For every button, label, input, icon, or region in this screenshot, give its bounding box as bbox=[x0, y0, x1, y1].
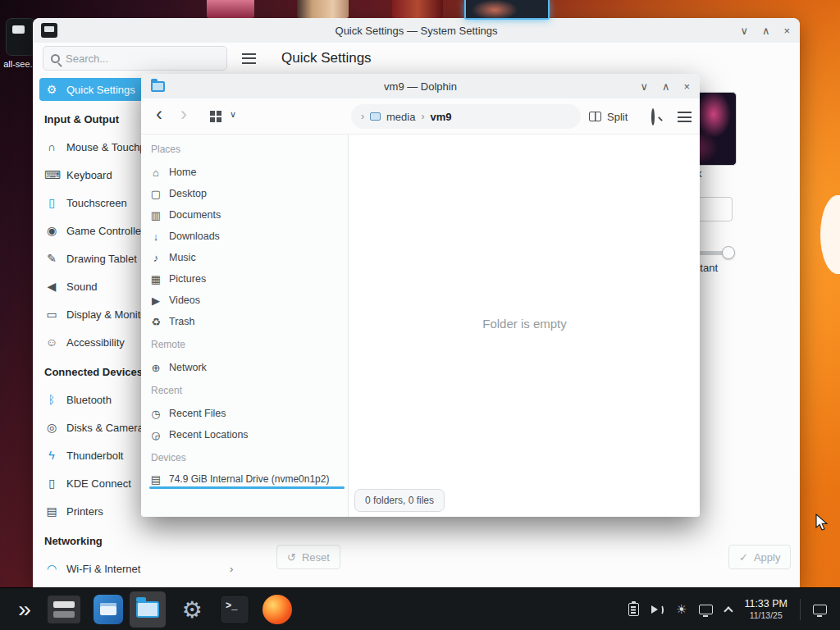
sidebar-item-label: Display & Monitor bbox=[66, 308, 150, 321]
places-item-label: Pictures bbox=[169, 273, 206, 285]
window-thumbnail-3[interactable] bbox=[392, 0, 443, 18]
places-item-label: Network bbox=[169, 362, 207, 373]
animation-speed-slider-handle[interactable] bbox=[722, 246, 735, 259]
apply-button[interactable]: ✓ Apply bbox=[728, 545, 791, 569]
status-bar: 0 folders, 0 files bbox=[354, 489, 445, 512]
clipboard-icon[interactable] bbox=[628, 603, 639, 616]
disks-cameras-icon: ◎ bbox=[44, 421, 59, 434]
folder-view[interactable]: Folder is empty 0 folders, 0 files bbox=[349, 135, 700, 517]
places-item-network[interactable]: ⊕Network bbox=[149, 357, 345, 378]
search-button[interactable] bbox=[651, 110, 655, 125]
sidebar-item-label: Disks & Cameras bbox=[66, 422, 148, 434]
places-item-desktop[interactable]: ▢Desktop bbox=[149, 183, 345, 204]
places-item-pictures[interactable]: ▦Pictures bbox=[149, 268, 345, 290]
bluetooth-icon: ᛒ bbox=[44, 393, 59, 406]
display-icon[interactable] bbox=[699, 605, 713, 614]
thunderbolt-icon: ϟ bbox=[44, 449, 59, 462]
split-view-button[interactable]: Split bbox=[589, 104, 628, 129]
view-mode-chevron-icon[interactable]: ∨ bbox=[230, 109, 236, 120]
taskbar-app-blue[interactable] bbox=[90, 591, 126, 628]
places-item-videos[interactable]: ▶Videos bbox=[149, 290, 345, 311]
reset-button[interactable]: ↺ Reset bbox=[276, 545, 340, 569]
close-icon[interactable]: × bbox=[783, 25, 790, 37]
search-input[interactable] bbox=[66, 52, 205, 65]
display-monitor-icon: ▭ bbox=[44, 308, 59, 321]
places-item-music[interactable]: ♪Music bbox=[149, 247, 345, 268]
sidebar-item-label: Quick Settings bbox=[66, 84, 135, 96]
chevron-right-icon: › bbox=[421, 111, 424, 122]
music-icon: ♪ bbox=[149, 252, 162, 264]
quick-settings-icon: ⚙ bbox=[44, 83, 59, 96]
places-section-devices: Devices bbox=[151, 449, 186, 467]
places-item-label: Recent Files bbox=[169, 408, 226, 419]
pictures-icon: ▦ bbox=[149, 273, 162, 285]
places-item-home[interactable]: ⌂Home bbox=[149, 162, 345, 183]
peek-desktop-icon[interactable] bbox=[813, 605, 827, 614]
maximize-icon[interactable]: ∧ bbox=[662, 80, 670, 93]
places-item-label: Desktop bbox=[169, 188, 207, 199]
places-item-label: 74.9 GiB Internal Drive (nvme0n1p2) bbox=[169, 473, 329, 485]
volume-icon[interactable] bbox=[651, 605, 664, 615]
maximize-icon[interactable]: ∧ bbox=[762, 25, 770, 37]
breadcrumb-current[interactable]: vm9 bbox=[430, 111, 451, 123]
dolphin-titlebar[interactable]: vm9 — Dolphin ∨ ∧ × bbox=[141, 74, 700, 98]
view-mode-icon[interactable] bbox=[210, 111, 221, 122]
window-thumbnail-2[interactable] bbox=[297, 0, 349, 18]
places-item-trash[interactable]: ♻Trash bbox=[149, 311, 345, 332]
window-thumbnail-1[interactable] bbox=[207, 0, 254, 18]
sidebar-menu-icon[interactable] bbox=[242, 53, 256, 64]
sidebar-item-label: Wi-Fi & Internet bbox=[66, 563, 140, 575]
minimize-icon[interactable]: ∨ bbox=[740, 25, 748, 37]
sidebar-item-label: KDE Connect bbox=[66, 477, 131, 490]
apply-label: Apply bbox=[754, 551, 781, 564]
places-item-recent-locations[interactable]: ◶Recent Locations bbox=[149, 424, 345, 445]
settings-titlebar[interactable]: Quick Settings — System Settings ∨ ∧ × bbox=[33, 18, 800, 43]
digital-clock[interactable]: 11:33 PM 11/13/25 bbox=[744, 598, 788, 621]
downloads-icon: ↓ bbox=[149, 231, 162, 243]
app-launcher-button[interactable]: » bbox=[7, 591, 43, 628]
wifi-icon: ◠ bbox=[44, 562, 59, 575]
split-label: Split bbox=[607, 111, 628, 123]
places-item-downloads[interactable]: ↓Downloads bbox=[149, 226, 345, 247]
folder-icon bbox=[136, 601, 159, 618]
recent-locations-icon: ◶ bbox=[149, 429, 162, 441]
close-icon[interactable]: × bbox=[683, 80, 690, 93]
drive-capacity-bar bbox=[149, 486, 345, 489]
breadcrumb[interactable]: › media › vm9 bbox=[351, 104, 581, 129]
apply-check-icon: ✓ bbox=[739, 551, 748, 564]
recent-files-icon: ◷ bbox=[149, 408, 162, 420]
settings-search-box[interactable] bbox=[43, 46, 227, 71]
home-icon: ⌂ bbox=[149, 167, 162, 179]
expand-tray-icon[interactable] bbox=[724, 606, 733, 615]
taskbar-app-dolphin[interactable] bbox=[130, 591, 166, 628]
breadcrumb-media[interactable]: media bbox=[386, 111, 415, 123]
places-panel: Places ⌂Home ▢Desktop ▥Documents ↓Downlo… bbox=[141, 135, 349, 517]
system-settings-app-icon bbox=[41, 23, 57, 38]
places-item-label: Downloads bbox=[169, 231, 220, 242]
hamburger-menu-icon[interactable] bbox=[678, 112, 692, 122]
gear-icon: ⚙ bbox=[181, 596, 202, 623]
dolphin-window-title: vm9 — Dolphin bbox=[141, 80, 700, 93]
places-item-recent-files[interactable]: ◷Recent Files bbox=[149, 403, 345, 424]
dolphin-app-icon bbox=[151, 81, 165, 92]
sidebar-item-wifi-internet[interactable]: ◠Wi-Fi & Internet› bbox=[39, 557, 266, 580]
places-item-label: Videos bbox=[169, 294, 200, 306]
taskbar-app-system-settings[interactable]: ⚙ bbox=[174, 591, 210, 628]
minimize-icon[interactable]: ∨ bbox=[640, 80, 648, 93]
places-item-label: Trash bbox=[169, 316, 195, 327]
places-item-documents[interactable]: ▥Documents bbox=[149, 204, 345, 226]
mouse-icon: ∩ bbox=[44, 140, 59, 153]
window-thumbnail-selected[interactable] bbox=[464, 0, 550, 20]
desktop-icon-image bbox=[6, 18, 35, 56]
trash-icon: ♻ bbox=[149, 316, 162, 328]
wallpaper-swirl bbox=[820, 195, 840, 274]
taskbar-app-firefox[interactable] bbox=[259, 591, 295, 628]
taskbar-app-konsole[interactable]: >_ bbox=[217, 591, 253, 628]
task-pager[interactable] bbox=[46, 591, 82, 628]
firefox-icon bbox=[262, 595, 292, 624]
brightness-icon[interactable]: ☀ bbox=[676, 602, 687, 617]
back-icon[interactable]: ‹ bbox=[156, 103, 162, 126]
drive-icon bbox=[370, 112, 381, 121]
keyboard-icon: ⌨ bbox=[44, 168, 59, 181]
accessibility-icon: ☺ bbox=[44, 336, 59, 349]
